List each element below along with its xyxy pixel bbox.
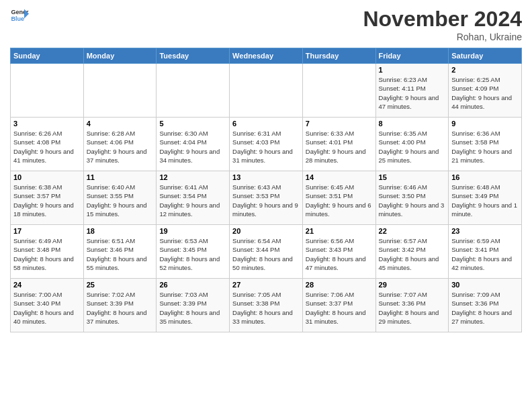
calendar-day-cell: 1Sunrise: 6:23 AMSunset: 4:11 PMDaylight… [375, 64, 449, 118]
day-number: 16 [451, 173, 519, 181]
day-number: 10 [13, 173, 81, 181]
day-info: Sunrise: 6:56 AMSunset: 3:43 PMDaylight:… [306, 236, 373, 272]
weekday-header-cell: Sunday [11, 48, 84, 64]
day-info: Sunrise: 6:30 AMSunset: 4:04 PMDaylight:… [159, 129, 226, 165]
title-block: November 2024 Rohan, Ukraine [363, 7, 522, 42]
calendar-week-row: 1Sunrise: 6:23 AMSunset: 4:11 PMDaylight… [11, 64, 522, 118]
day-info: Sunrise: 6:46 AMSunset: 3:50 PMDaylight:… [379, 183, 446, 218]
calendar-day-cell: 14Sunrise: 6:45 AMSunset: 3:51 PMDayligh… [302, 171, 375, 225]
calendar-day-cell [83, 64, 157, 118]
calendar-body: 1Sunrise: 6:23 AMSunset: 4:11 PMDaylight… [11, 64, 522, 332]
day-number: 3 [13, 120, 81, 128]
subtitle: Rohan, Ukraine [363, 32, 522, 42]
day-number: 22 [379, 227, 446, 235]
day-number: 2 [451, 66, 519, 74]
calendar-day-cell: 23Sunrise: 6:59 AMSunset: 3:41 PMDayligh… [449, 225, 522, 279]
day-number: 21 [306, 227, 373, 235]
day-number: 19 [159, 227, 226, 235]
calendar-day-cell: 8Sunrise: 6:35 AMSunset: 4:00 PMDaylight… [375, 118, 449, 171]
day-info: Sunrise: 6:28 AMSunset: 4:06 PMDaylight:… [87, 129, 154, 165]
calendar-day-cell [302, 64, 375, 118]
calendar-day-cell: 24Sunrise: 7:00 AMSunset: 3:40 PMDayligh… [11, 279, 84, 332]
calendar-day-cell: 25Sunrise: 7:02 AMSunset: 3:39 PMDayligh… [83, 279, 157, 332]
day-info: Sunrise: 6:49 AMSunset: 3:48 PMDaylight:… [13, 236, 81, 272]
calendar-day-cell: 28Sunrise: 7:06 AMSunset: 3:37 PMDayligh… [302, 279, 375, 332]
day-number: 30 [451, 281, 519, 289]
day-info: Sunrise: 6:51 AMSunset: 3:46 PMDaylight:… [87, 236, 154, 272]
calendar-day-cell [230, 64, 303, 118]
day-number: 15 [379, 173, 446, 181]
calendar-day-cell: 7Sunrise: 6:33 AMSunset: 4:01 PMDaylight… [302, 118, 375, 171]
header: General Blue November 2024 Rohan, Ukrain… [10, 7, 522, 42]
day-number: 7 [306, 120, 373, 128]
day-number: 4 [87, 120, 154, 128]
calendar-day-cell: 4Sunrise: 6:28 AMSunset: 4:06 PMDaylight… [83, 118, 157, 171]
svg-text:Blue: Blue [11, 15, 24, 22]
calendar-day-cell: 26Sunrise: 7:03 AMSunset: 3:39 PMDayligh… [157, 279, 230, 332]
day-number: 27 [232, 281, 300, 289]
day-info: Sunrise: 6:33 AMSunset: 4:01 PMDaylight:… [306, 129, 373, 165]
day-number: 25 [87, 281, 154, 289]
day-number: 9 [451, 120, 519, 128]
day-info: Sunrise: 6:25 AMSunset: 4:09 PMDaylight:… [451, 75, 519, 111]
calendar-week-row: 17Sunrise: 6:49 AMSunset: 3:48 PMDayligh… [11, 225, 522, 279]
day-number: 17 [13, 227, 81, 235]
weekday-header: SundayMondayTuesdayWednesdayThursdayFrid… [11, 48, 522, 64]
calendar-day-cell: 10Sunrise: 6:38 AMSunset: 3:57 PMDayligh… [11, 171, 84, 225]
day-info: Sunrise: 7:05 AMSunset: 3:38 PMDaylight:… [232, 290, 300, 326]
calendar-day-cell: 12Sunrise: 6:41 AMSunset: 3:54 PMDayligh… [157, 171, 230, 225]
weekday-header-cell: Wednesday [230, 48, 303, 64]
day-info: Sunrise: 6:40 AMSunset: 3:55 PMDaylight:… [87, 183, 154, 218]
page: General Blue November 2024 Rohan, Ukrain… [0, 0, 532, 411]
weekday-header-cell: Tuesday [157, 48, 230, 64]
calendar: SundayMondayTuesdayWednesdayThursdayFrid… [10, 48, 522, 332]
day-info: Sunrise: 6:59 AMSunset: 3:41 PMDaylight:… [451, 236, 519, 272]
weekday-header-cell: Monday [83, 48, 157, 64]
calendar-day-cell: 30Sunrise: 7:09 AMSunset: 3:36 PMDayligh… [449, 279, 522, 332]
day-info: Sunrise: 7:03 AMSunset: 3:39 PMDaylight:… [159, 290, 226, 326]
calendar-week-row: 3Sunrise: 6:26 AMSunset: 4:08 PMDaylight… [11, 118, 522, 171]
day-number: 18 [87, 227, 154, 235]
calendar-day-cell: 15Sunrise: 6:46 AMSunset: 3:50 PMDayligh… [375, 171, 449, 225]
calendar-day-cell: 19Sunrise: 6:53 AMSunset: 3:45 PMDayligh… [157, 225, 230, 279]
calendar-day-cell [157, 64, 230, 118]
calendar-day-cell: 9Sunrise: 6:36 AMSunset: 3:58 PMDaylight… [449, 118, 522, 171]
day-number: 1 [379, 66, 446, 74]
day-info: Sunrise: 7:09 AMSunset: 3:36 PMDaylight:… [451, 290, 519, 326]
calendar-day-cell [11, 64, 84, 118]
calendar-day-cell: 27Sunrise: 7:05 AMSunset: 3:38 PMDayligh… [230, 279, 303, 332]
calendar-day-cell: 13Sunrise: 6:43 AMSunset: 3:53 PMDayligh… [230, 171, 303, 225]
day-info: Sunrise: 7:06 AMSunset: 3:37 PMDaylight:… [306, 290, 373, 326]
day-number: 29 [379, 281, 446, 289]
calendar-day-cell: 6Sunrise: 6:31 AMSunset: 4:03 PMDaylight… [230, 118, 303, 171]
day-number: 26 [159, 281, 226, 289]
weekday-header-cell: Friday [375, 48, 449, 64]
calendar-week-row: 24Sunrise: 7:00 AMSunset: 3:40 PMDayligh… [11, 279, 522, 332]
weekday-header-cell: Thursday [302, 48, 375, 64]
calendar-day-cell: 29Sunrise: 7:07 AMSunset: 3:36 PMDayligh… [375, 279, 449, 332]
day-number: 8 [379, 120, 446, 128]
day-info: Sunrise: 6:43 AMSunset: 3:53 PMDaylight:… [232, 183, 300, 218]
calendar-week-row: 10Sunrise: 6:38 AMSunset: 3:57 PMDayligh… [11, 171, 522, 225]
day-info: Sunrise: 6:54 AMSunset: 3:44 PMDaylight:… [232, 236, 300, 272]
day-info: Sunrise: 6:36 AMSunset: 3:58 PMDaylight:… [451, 129, 519, 165]
day-number: 20 [232, 227, 300, 235]
main-title: November 2024 [363, 7, 522, 32]
day-info: Sunrise: 7:00 AMSunset: 3:40 PMDaylight:… [13, 290, 81, 326]
day-info: Sunrise: 6:35 AMSunset: 4:00 PMDaylight:… [379, 129, 446, 165]
calendar-day-cell: 17Sunrise: 6:49 AMSunset: 3:48 PMDayligh… [11, 225, 84, 279]
calendar-day-cell: 21Sunrise: 6:56 AMSunset: 3:43 PMDayligh… [302, 225, 375, 279]
day-info: Sunrise: 7:07 AMSunset: 3:36 PMDaylight:… [379, 290, 446, 326]
day-info: Sunrise: 6:45 AMSunset: 3:51 PMDaylight:… [306, 183, 373, 218]
calendar-day-cell: 18Sunrise: 6:51 AMSunset: 3:46 PMDayligh… [83, 225, 157, 279]
logo: General Blue [10, 7, 29, 26]
day-info: Sunrise: 6:38 AMSunset: 3:57 PMDaylight:… [13, 183, 81, 218]
day-number: 14 [306, 173, 373, 181]
day-number: 28 [306, 281, 373, 289]
calendar-day-cell: 3Sunrise: 6:26 AMSunset: 4:08 PMDaylight… [11, 118, 84, 171]
day-info: Sunrise: 6:53 AMSunset: 3:45 PMDaylight:… [159, 236, 226, 272]
day-info: Sunrise: 6:31 AMSunset: 4:03 PMDaylight:… [232, 129, 300, 165]
day-number: 11 [87, 173, 154, 181]
day-number: 24 [13, 281, 81, 289]
day-number: 6 [232, 120, 300, 128]
